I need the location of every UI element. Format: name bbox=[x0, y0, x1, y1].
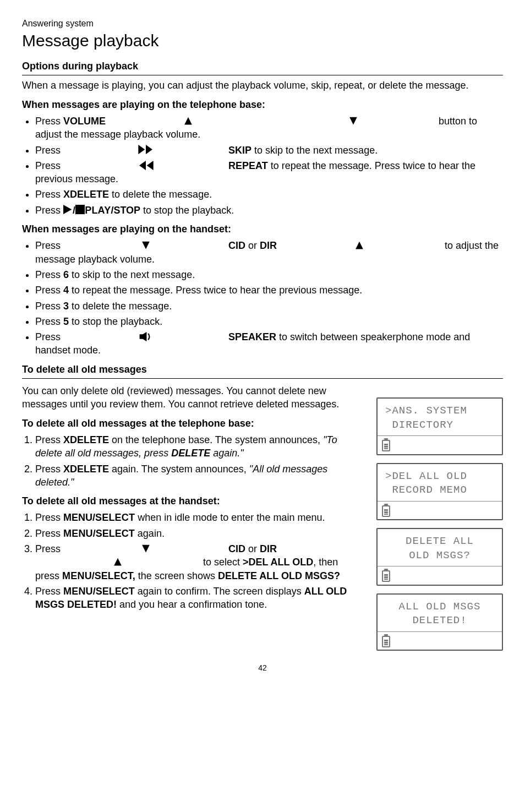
battery-icon bbox=[382, 570, 390, 582]
triangle-up-icon bbox=[106, 115, 271, 128]
delete-handset-steps: Press MENU/SELECT when in idle mode to e… bbox=[22, 511, 363, 611]
lcd-line: OLD MSGS? bbox=[409, 549, 471, 562]
lcd-line: ALL OLD MSGS bbox=[399, 601, 481, 613]
section-options-heading: Options during playback bbox=[22, 59, 503, 75]
list-item: Press SKIP to skip to the next message. bbox=[35, 144, 503, 157]
triangle-down-icon bbox=[63, 542, 228, 555]
lcd-line: DELETE ALL bbox=[406, 535, 474, 547]
delete-intro: You can only delete old (reviewed) messa… bbox=[22, 384, 363, 411]
triangle-down-icon bbox=[63, 239, 228, 252]
page-title: Message playback bbox=[22, 30, 503, 52]
list-item: Press 4 to repeat the message. Press twi… bbox=[35, 284, 503, 297]
battery-icon bbox=[382, 440, 390, 451]
list-item: Press CID or DIR to adjust the message p… bbox=[35, 239, 503, 266]
battery-icon bbox=[382, 636, 390, 647]
delete-base-subheading: To delete all old messages at the teleph… bbox=[22, 417, 363, 430]
list-item: Press XDELETE again. The system announce… bbox=[35, 462, 363, 489]
stop-icon bbox=[75, 204, 85, 217]
lcd-line: DELETED! bbox=[412, 614, 467, 626]
list-item: Press /PLAY/STOP to stop the playback. bbox=[35, 204, 503, 217]
play-stop-icon bbox=[63, 204, 73, 217]
list-item: Press SPEAKER to switch between speakerp… bbox=[35, 330, 503, 357]
lcd-line: >ANS. SYSTEM bbox=[385, 405, 467, 417]
list-item: Press XDELETE on the telephone base. The… bbox=[35, 433, 363, 460]
lcd-screen-4: ALL OLD MSGS DELETED! bbox=[376, 593, 503, 651]
list-item: Press MENU/SELECT when in idle mode to e… bbox=[35, 511, 363, 524]
lcd-screen-1: >ANS. SYSTEM DIRECTORY bbox=[376, 397, 503, 455]
list-item: Press MENU/SELECT again to confirm. The … bbox=[35, 585, 363, 612]
triangle-up-icon bbox=[277, 239, 442, 252]
list-item: Press 5 to stop the playback. bbox=[35, 315, 503, 328]
page-number: 42 bbox=[22, 663, 503, 673]
delete-handset-subheading: To delete all old messages at the handse… bbox=[22, 494, 363, 508]
list-item: Press 3 to delete the message. bbox=[35, 299, 503, 313]
handset-option-list: Press CID or DIR to adjust the message p… bbox=[22, 239, 503, 357]
list-item: Press VOLUME button to adjust the messag… bbox=[35, 115, 503, 141]
lcd-screen-3: DELETE ALL OLD MSGS? bbox=[376, 528, 503, 586]
lcd-line: >DEL ALL OLD bbox=[385, 470, 467, 482]
handset-subheading: When messages are playing on the handset… bbox=[22, 222, 503, 236]
base-subheading: When messages are playing on the telepho… bbox=[22, 98, 503, 111]
section-delete-heading: To delete all old messages bbox=[22, 363, 503, 379]
svg-rect-12 bbox=[75, 205, 85, 214]
breadcrumb: Answering system bbox=[22, 18, 503, 30]
triangle-down-icon bbox=[271, 115, 436, 128]
fast-forward-icon bbox=[63, 144, 228, 157]
lcd-screens: >ANS. SYSTEM DIRECTORY >DEL ALL OLD RECO… bbox=[376, 397, 503, 651]
speaker-icon bbox=[63, 330, 228, 344]
base-option-list: Press VOLUME button to adjust the messag… bbox=[22, 115, 503, 217]
triangle-up-icon bbox=[35, 555, 200, 569]
options-intro: When a message is playing, you can adjus… bbox=[22, 79, 503, 92]
battery-icon bbox=[382, 505, 390, 517]
list-item: Press 6 to skip to the next message. bbox=[35, 268, 503, 281]
rewind-icon bbox=[63, 159, 228, 172]
delete-base-steps: Press XDELETE on the telephone base. The… bbox=[22, 433, 363, 489]
list-item: Press XDELETE to delete the message. bbox=[35, 188, 503, 201]
lcd-line: DIRECTORY bbox=[385, 419, 453, 431]
list-item: Press CID or DIR to select >DEL ALL OLD,… bbox=[35, 542, 363, 582]
lcd-screen-2: >DEL ALL OLD RECORD MEMO bbox=[376, 463, 503, 521]
list-item: Press REPEAT to repeat the message. Pres… bbox=[35, 159, 503, 186]
lcd-line: RECORD MEMO bbox=[385, 484, 467, 496]
list-item: Press MENU/SELECT again. bbox=[35, 527, 363, 540]
svg-marker-11 bbox=[63, 205, 72, 214]
